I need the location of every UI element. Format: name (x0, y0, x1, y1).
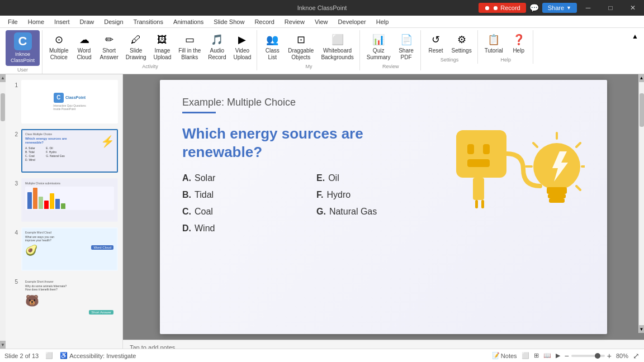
fill-in-blanks-button[interactable]: ▭ Fill in theBlanks (175, 30, 204, 63)
short-answer-icon: ✏ (101, 32, 117, 47)
view-normal-btn[interactable]: ⬜ (522, 352, 529, 359)
menu-view[interactable]: View (310, 17, 333, 26)
multiple-choice-button[interactable]: ⊙ MultipleChoice (46, 30, 72, 63)
notes-placeholder: Tap to add notes (130, 344, 175, 349)
view-grid-btn[interactable]: ⊞ (534, 352, 539, 359)
menu-help[interactable]: Help (372, 17, 394, 26)
svg-rect-1 (467, 144, 474, 154)
scroll-up-btn[interactable]: ▲ (639, 74, 644, 82)
fit-slide-btn[interactable]: ⤢ (633, 351, 640, 360)
reset-button[interactable]: ↺ Reset (424, 30, 448, 56)
user-group-label: User (6, 67, 40, 73)
share-chevron: ▼ (566, 5, 571, 11)
svg-rect-10 (549, 198, 565, 203)
view-reading-btn[interactable]: 📖 (543, 352, 551, 359)
minimize-button[interactable]: ─ (577, 0, 599, 16)
slide-item-4[interactable]: 4 Example Word Cloud What are ways you c… (8, 226, 120, 272)
slide-item-5[interactable]: 5 Example Short Answer Why do some anima… (8, 275, 120, 321)
title-bar: Inknoe ClassPoint ─ □ ✕ ⏺ ⏺ Record 💬 Sha… (0, 0, 644, 16)
status-right: 📝 Notes ⬜ ⊞ 📖 ▶ − + 80% ⤢ (492, 351, 640, 360)
quiz-summary-label: QuizSummary (367, 47, 391, 61)
draggable-objects-button[interactable]: ⊡ DraggableObjects (285, 30, 317, 63)
svg-rect-0 (456, 130, 506, 178)
svg-rect-6 (481, 200, 484, 208)
menu-slideshow[interactable]: Slide Show (209, 17, 249, 26)
zoom-level[interactable]: 80% (616, 353, 628, 359)
close-button[interactable]: ✕ (622, 0, 644, 16)
quiz-summary-button[interactable]: 📊 QuizSummary (363, 30, 394, 63)
notes-bar[interactable]: Tap to add notes (123, 340, 644, 349)
window-buttons[interactable]: ─ □ ✕ (577, 0, 644, 16)
slide-question: Which energy sources are renewable? (182, 125, 406, 163)
ribbon: C InknoeClassPoint User ⊙ MultipleChoice… (0, 28, 644, 74)
tutorial-icon: 📋 (486, 32, 501, 47)
slide-drawing-button[interactable]: 🖊 SlideDrawing (122, 30, 150, 63)
slide-num-2: 2 (10, 131, 18, 137)
slide-item-2[interactable]: 2 Class Multiple Choice Which energy sou… (8, 128, 120, 174)
slide-item-1[interactable]: 1 C ClassPoint Interactive Quiz Question… (8, 79, 120, 125)
my-group-label: My (261, 64, 357, 69)
menu-home[interactable]: Home (23, 17, 49, 26)
settings-icon: ⚙ (454, 32, 470, 47)
menu-animations[interactable]: Animations (169, 17, 208, 26)
accessibility-info[interactable]: ♿ Accessibility: Investigate (60, 352, 136, 359)
audio-record-button[interactable]: 🎵 AudioRecord (205, 30, 229, 63)
class-list-button[interactable]: 👥 ClassList (261, 30, 284, 63)
fill-in-blanks-label: Fill in theBlanks (178, 47, 201, 61)
answer-c: C.Coal (182, 207, 283, 217)
menu-review[interactable]: Review (280, 17, 309, 26)
scroll-down-btn[interactable]: ▼ (639, 325, 644, 333)
menu-transitions[interactable]: Transitions (129, 17, 168, 26)
scroll-down-arrow[interactable]: ▼ (0, 341, 6, 349)
video-upload-button[interactable]: ▶ VideoUpload (230, 30, 255, 63)
share-button[interactable]: Share ▼ (542, 3, 577, 13)
whiteboard-backgrounds-button[interactable]: ⬜ WhiteboardBackgrounds (318, 30, 357, 63)
answer-d: D.Wind (182, 223, 283, 234)
ribbon-collapse-button[interactable]: ▲ (629, 30, 641, 42)
ribbon-group-user: C InknoeClassPoint User (3, 30, 42, 74)
main-area: ▲ ▼ 1 C ClassPoint Interactive Quiz Ques… (0, 74, 644, 349)
help-button[interactable]: ❓ Help (507, 30, 531, 56)
tutorial-button[interactable]: 📋 Tutorial (481, 30, 506, 56)
menu-design[interactable]: Design (100, 17, 127, 26)
record-icon: ⏺ (484, 4, 490, 11)
ribbon-group-my: 👥 ClassList ⊡ DraggableObjects ⬜ Whitebo… (258, 30, 360, 70)
menu-file[interactable]: File (3, 17, 22, 26)
slide-thumb-2[interactable]: Class Multiple Choice Which energy sourc… (21, 129, 118, 173)
answer-a: A.Solar (182, 173, 283, 183)
view-slideshow-btn[interactable]: ▶ (556, 352, 560, 359)
word-cloud-button[interactable]: ☁ WordCloud (73, 30, 96, 63)
slide-thumb-1[interactable]: C ClassPoint Interactive Quiz QuestionsI… (21, 80, 118, 123)
menu-developer[interactable]: Developer (334, 17, 371, 26)
record-button[interactable]: ⏺ ⏺ Record (479, 3, 526, 13)
slide-thumb-4[interactable]: Example Word Cloud What are ways you can… (21, 227, 118, 271)
zoom-in-btn[interactable]: + (607, 351, 612, 360)
zoom-track[interactable] (571, 355, 605, 357)
menu-insert[interactable]: Insert (50, 17, 74, 26)
image-upload-button[interactable]: 🖼 ImageUpload (150, 30, 175, 63)
slides-panel-scrollbar[interactable]: ▲ ▼ (0, 74, 6, 349)
notes-btn[interactable]: 📝 Notes (492, 352, 517, 359)
menu-record[interactable]: Record (250, 17, 278, 26)
comment-icon[interactable]: 💬 (529, 3, 539, 12)
ribbon-group-activity: ⊙ MultipleChoice ☁ WordCloud ✏ ShortAnsw… (44, 30, 257, 70)
slide-num-5: 5 (10, 279, 18, 285)
classpoint-ribbon-icon: C (14, 32, 32, 50)
settings-button[interactable]: ⚙ Settings (448, 30, 475, 56)
slide-thumb-5[interactable]: Example Short Answer Why do some animals… (21, 277, 118, 320)
editor-area: Example: Multiple Choice Which energy so… (123, 74, 644, 349)
short-answer-button[interactable]: ✏ ShortAnswer (97, 30, 122, 63)
answer-g: G.Natural Gas (316, 207, 417, 217)
slide-item-3[interactable]: 3 Multiple Choice submissions (8, 177, 120, 223)
editor-scrollbar[interactable]: ▲ ▼ (638, 74, 644, 333)
ribbon-group-settings: ↺ Reset ⚙ Settings Settings (422, 30, 478, 64)
multiple-choice-icon: ⊙ (51, 32, 67, 47)
slide-thumb-3[interactable]: Multiple Choice submissions (21, 178, 118, 222)
scroll-up-arrow[interactable]: ▲ (0, 74, 6, 82)
zoom-control[interactable]: − + (565, 351, 612, 360)
inknoe-classpoint-button[interactable]: C InknoeClassPoint (6, 30, 40, 66)
zoom-out-btn[interactable]: − (565, 351, 569, 360)
share-pdf-button[interactable]: 📄 SharePDF (395, 30, 418, 63)
maximize-button[interactable]: □ (599, 0, 622, 16)
menu-draw[interactable]: Draw (75, 17, 99, 26)
